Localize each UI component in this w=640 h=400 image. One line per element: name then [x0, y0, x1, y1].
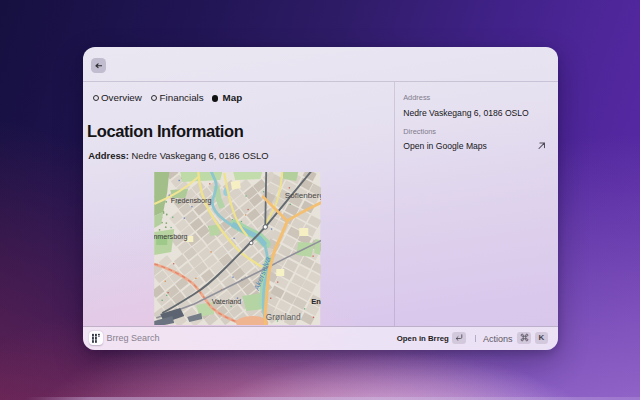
svg-text:En: En — [311, 297, 320, 306]
svg-text:mmersborg: mmersborg — [154, 232, 188, 241]
svg-text:Sofienberg: Sofienberg — [285, 191, 321, 200]
svg-text:Grønland: Grønland — [266, 312, 301, 322]
svg-text:Vaterland: Vaterland — [212, 298, 242, 305]
svg-text:Fredensborg: Fredensborg — [171, 196, 212, 205]
